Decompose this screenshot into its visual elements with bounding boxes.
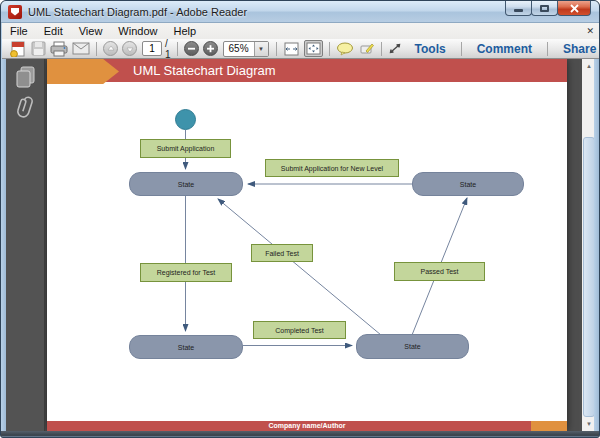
fullscreen-button[interactable]: [388, 42, 402, 55]
fit-page-button[interactable]: [304, 40, 323, 57]
toolbar-separator: [461, 42, 462, 56]
minimize-button[interactable]: [505, 1, 532, 16]
zoom-level-value: 65%: [224, 43, 254, 54]
sign-button[interactable]: [358, 42, 375, 56]
zoom-out-button[interactable]: [184, 41, 199, 56]
toolbar: / 1 65% ▼: [2, 39, 600, 59]
paperclip-icon: [15, 95, 37, 121]
attachments-button[interactable]: [15, 95, 37, 125]
window-frame-left: [1, 23, 6, 431]
fit-width-icon: [283, 42, 300, 56]
open-file-icon: [9, 41, 27, 57]
email-icon: [72, 42, 90, 55]
maximize-button[interactable]: [531, 1, 558, 16]
save-button[interactable]: [31, 41, 46, 56]
print-icon: [50, 41, 68, 57]
minimize-icon: [514, 9, 523, 12]
tools-button[interactable]: Tools: [404, 42, 457, 56]
save-icon: [31, 41, 46, 56]
share-button[interactable]: Share: [552, 42, 600, 56]
navigation-sidebar: [6, 59, 45, 431]
fit-page-icon: [306, 42, 321, 55]
transition-label-failed-test: Failed Test: [251, 244, 313, 262]
plus-icon: [206, 44, 215, 53]
menu-view[interactable]: View: [71, 24, 111, 38]
toolbar-separator: [276, 42, 277, 56]
footer-text: Company name/Author: [47, 421, 567, 431]
comment-panel-button[interactable]: Comment: [466, 42, 543, 56]
state-node-top-left: State: [129, 172, 243, 196]
print-button[interactable]: [50, 41, 68, 57]
page-number-input[interactable]: [142, 41, 162, 56]
close-document-icon[interactable]: ✕: [586, 27, 594, 36]
window-frame-bottom: [1, 431, 599, 438]
page-thumbnails-button[interactable]: [15, 65, 37, 93]
menu-help[interactable]: Help: [165, 24, 204, 38]
expand-arrows-icon: [388, 42, 402, 55]
adobe-reader-app-icon: [8, 5, 22, 19]
title-bar[interactable]: UML Statechart Diagram.pdf - Adobe Reade…: [1, 1, 599, 23]
comment-bubble-icon: [336, 42, 354, 56]
page-thumbnails-icon: [15, 65, 37, 89]
maximize-icon: [540, 5, 549, 12]
close-icon: [570, 4, 579, 13]
close-button[interactable]: [557, 1, 591, 16]
toolbar-separator: [381, 42, 382, 56]
window-frame-right: [594, 23, 599, 431]
sign-icon: [358, 42, 375, 56]
toolbar-separator: [96, 42, 97, 56]
transition-label-submit-application-new-level: Submit Application for New Level: [265, 159, 399, 177]
connector-failed: [218, 199, 381, 335]
arrow-down-icon: [126, 45, 134, 53]
menu-window[interactable]: Window: [110, 24, 165, 38]
zoom-level-dropdown[interactable]: 65% ▼: [223, 41, 269, 57]
initial-state-node: [175, 109, 196, 130]
pdf-page: UML Statechart Diagram Submit Applicatio…: [47, 59, 567, 431]
adobe-reader-window: UML Statechart Diagram.pdf - Adobe Reade…: [0, 0, 600, 438]
state-node-bottom-right: State: [356, 334, 469, 359]
toolbar-separator: [547, 42, 548, 56]
email-button[interactable]: [72, 42, 90, 55]
open-file-button[interactable]: [9, 41, 27, 57]
window-controls: [506, 1, 591, 16]
next-page-button[interactable]: [122, 41, 137, 56]
page-total-label: / 1: [165, 38, 171, 60]
arrow-up-icon: [107, 45, 115, 53]
window-title: UML Statechart Diagram.pdf - Adobe Reade…: [28, 6, 247, 18]
minus-icon: [187, 44, 196, 53]
menu-file[interactable]: File: [2, 24, 36, 38]
previous-page-button[interactable]: [103, 41, 118, 56]
zoom-in-button[interactable]: [203, 41, 218, 56]
transition-label-completed-test: Completed Test: [253, 321, 346, 339]
transition-label-submit-application: Submit Application: [140, 139, 231, 158]
menu-bar: File Edit View Window Help ✕: [2, 23, 600, 39]
transition-label-registered-for-test: Registered for Test: [140, 263, 232, 282]
transition-label-passed-test: Passed Test: [394, 262, 485, 281]
fit-width-button[interactable]: [283, 42, 300, 56]
toolbar-separator: [177, 42, 178, 56]
state-node-bottom-left: State: [129, 335, 243, 359]
zoom-dropdown-arrow-icon[interactable]: ▼: [254, 42, 268, 56]
comment-bubble-button[interactable]: [336, 42, 354, 56]
state-node-top-right: State: [412, 172, 524, 196]
menu-edit[interactable]: Edit: [36, 24, 71, 38]
toolbar-separator: [329, 42, 330, 56]
